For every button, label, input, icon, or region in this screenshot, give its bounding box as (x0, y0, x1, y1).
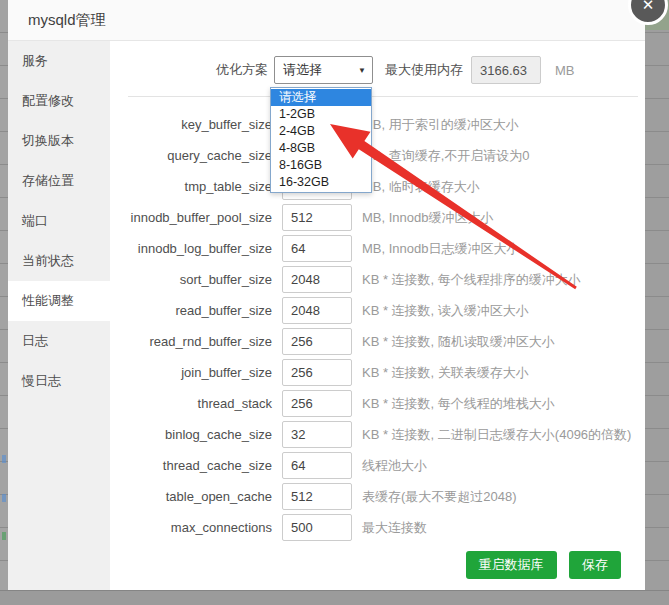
field-label: thread_stack (110, 396, 272, 411)
form-row: read_buffer_size KB * 连接数, 读入缓冲区大小 (110, 295, 645, 326)
sidebar-item-label: 服务 (22, 52, 48, 70)
dropdown-option[interactable]: 请选择 (271, 89, 371, 106)
field-label: binlog_cache_size (110, 427, 272, 442)
form-row: tmp_table_size MB, 临时表缓存大小 (110, 171, 645, 202)
field-description: KB * 连接数, 每个线程排序的缓冲大小 (362, 271, 581, 289)
field-description: KB * 连接数, 每个线程的堆栈大小 (362, 395, 555, 413)
max-memory-input (471, 56, 541, 84)
field-label: innodb_buffer_pool_size (110, 210, 272, 225)
field-label: thread_cache_size (110, 458, 272, 473)
sidebar-item[interactable]: 日志 (8, 321, 110, 361)
field-description: MB, 临时表缓存大小 (362, 178, 480, 196)
dialog-title: mysqld管理 (28, 11, 106, 30)
field-description: 线程池大小 (362, 457, 427, 475)
form-row: thread_stack KB * 连接数, 每个线程的堆栈大小 (110, 388, 645, 419)
sidebar-item-label: 存储位置 (22, 172, 74, 190)
sidebar-item-label: 慢日志 (22, 372, 61, 390)
field-label: tmp_table_size (110, 179, 272, 194)
field-description: KB * 连接数, 读入缓冲区大小 (362, 302, 529, 320)
form-row: innodb_log_buffer_size MB, Innodb日志缓冲区大小 (110, 233, 645, 264)
dropdown-option[interactable]: 2-4GB (271, 123, 371, 140)
sidebar-item[interactable]: 配置修改 (8, 81, 110, 121)
sidebar-item[interactable]: 切换版本 (8, 121, 110, 161)
sidebar-item[interactable]: 服务 (8, 41, 110, 81)
select-value: 请选择 (283, 61, 322, 79)
sidebar-item-label: 当前状态 (22, 252, 74, 270)
dimmed-page-right (645, 0, 669, 605)
field-label: read_rnd_buffer_size (110, 334, 272, 349)
dialog-footer: 重启数据库 保存 (110, 551, 645, 579)
field-label: query_cache_size (110, 148, 272, 163)
sidebar-item-label: 配置修改 (22, 92, 74, 110)
field-label: key_buffer_size (110, 117, 272, 132)
dropdown-option[interactable]: 8-16GB (271, 157, 371, 174)
sidebar-item[interactable]: 慢日志 (8, 361, 110, 401)
sidebar-item-label: 日志 (22, 332, 48, 350)
sidebar-item[interactable]: 当前状态 (8, 241, 110, 281)
page-fragment (2, 455, 6, 463)
field-input[interactable] (282, 328, 352, 355)
field-description: 最大连接数 (362, 519, 427, 537)
field-description: MB, 查询缓存,不开启请设为0 (362, 147, 530, 165)
dialog-titlebar: mysqld管理 (8, 0, 645, 41)
close-icon: ✕ (642, 0, 655, 14)
field-label: innodb_log_buffer_size (110, 241, 272, 256)
settings-form: key_buffer_size MB, 用于索引的缓冲区大小 query_cac… (110, 109, 645, 543)
field-label: table_open_cache (110, 489, 272, 504)
form-row: table_open_cache 表缓存(最大不要超过2048) (110, 481, 645, 512)
field-input[interactable] (282, 483, 352, 510)
optimization-plan-select[interactable]: 请选择 ▼ (274, 56, 373, 84)
page-fragment (2, 494, 6, 502)
restart-database-button[interactable]: 重启数据库 (466, 551, 557, 579)
optimization-section: 优化方案 请选择 ▼ 最大使用内存 MB (110, 41, 645, 97)
sidebar-item-label: 性能调整 (22, 292, 74, 310)
dropdown-option[interactable]: 16-32GB (271, 174, 371, 191)
sidebar-item-label: 端口 (22, 212, 48, 230)
field-input[interactable] (282, 204, 352, 231)
form-row: thread_cache_size 线程池大小 (110, 450, 645, 481)
form-row: binlog_cache_size KB * 连接数, 二进制日志缓存大小(40… (110, 419, 645, 450)
max-memory-unit: MB (555, 63, 575, 78)
field-label: join_buffer_size (110, 365, 272, 380)
sidebar-item[interactable]: 端口 (8, 201, 110, 241)
field-input[interactable] (282, 514, 352, 541)
form-row: max_connections 最大连接数 (110, 512, 645, 543)
field-input[interactable] (282, 266, 352, 293)
form-row: key_buffer_size MB, 用于索引的缓冲区大小 (110, 109, 645, 140)
field-input[interactable] (282, 421, 352, 448)
optimization-plan-label: 优化方案 (110, 61, 268, 79)
form-row: sort_buffer_size KB * 连接数, 每个线程排序的缓冲大小 (110, 264, 645, 295)
form-row: query_cache_size MB, 查询缓存,不开启请设为0 (110, 140, 645, 171)
field-description: KB * 连接数, 随机读取缓冲区大小 (362, 333, 555, 351)
dropdown-option[interactable]: 1-2GB (271, 106, 371, 123)
field-description: KB * 连接数, 关联表缓存大小 (362, 364, 529, 382)
field-input[interactable] (282, 235, 352, 262)
field-description: 表缓存(最大不要超过2048) (362, 488, 517, 506)
dropdown-option[interactable]: 4-8GB (271, 140, 371, 157)
section-divider (128, 96, 638, 97)
sidebar-item-label: 切换版本 (22, 132, 74, 150)
sidebar-item[interactable]: 性能调整 (8, 281, 110, 321)
form-row: innodb_buffer_pool_size MB, Innodb缓冲区大小 (110, 202, 645, 233)
form-row: join_buffer_size KB * 连接数, 关联表缓存大小 (110, 357, 645, 388)
optimization-dropdown-list: 请选择 1-2GB 2-4GB 4-8GB 8-16GB 16-32GB (270, 87, 372, 193)
field-label: max_connections (110, 520, 272, 535)
sidebar: 服务 配置修改 切换版本 存储位置 端口 (8, 41, 110, 590)
field-input[interactable] (282, 390, 352, 417)
dimmed-page-left (0, 0, 8, 605)
performance-tab-content: 优化方案 请选择 ▼ 最大使用内存 MB (110, 41, 645, 590)
field-label: read_buffer_size (110, 303, 272, 318)
chevron-down-icon: ▼ (358, 66, 366, 75)
field-description: KB * 连接数, 二进制日志缓存大小(4096的倍数) (362, 426, 631, 444)
save-button[interactable]: 保存 (569, 551, 621, 579)
sidebar-item[interactable]: 存储位置 (8, 161, 110, 201)
field-description: MB, Innodb缓冲区大小 (362, 209, 494, 227)
form-row: read_rnd_buffer_size KB * 连接数, 随机读取缓冲区大小 (110, 326, 645, 357)
field-input[interactable] (282, 359, 352, 386)
page-fragment (2, 532, 6, 540)
field-input[interactable] (282, 452, 352, 479)
field-description: MB, 用于索引的缓冲区大小 (362, 116, 519, 134)
field-input[interactable] (282, 297, 352, 324)
field-label: sort_buffer_size (110, 272, 272, 287)
dimmed-page-bottom (0, 590, 669, 605)
